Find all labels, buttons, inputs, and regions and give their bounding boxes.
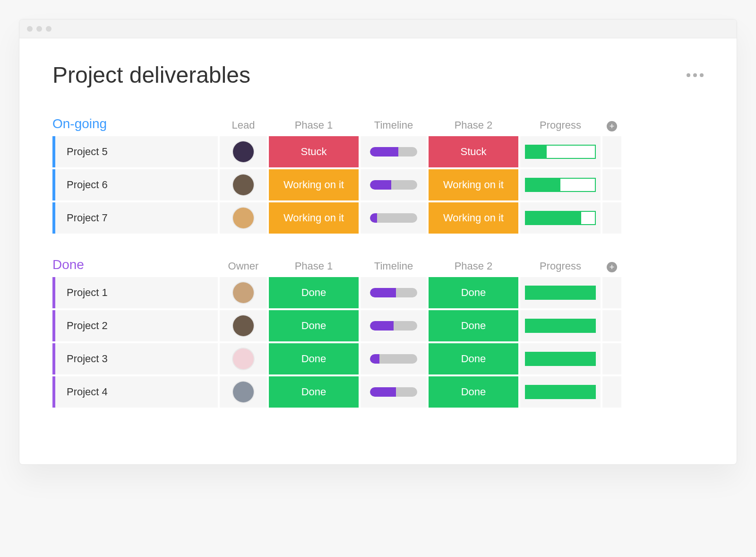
trailing-cell [602,136,621,167]
group-header-row: On-goingLeadPhase 1TimelinePhase 2Progre… [52,116,704,136]
board-content: Project deliverables On-goingLeadPhase 1… [19,38,737,464]
avatar [233,282,254,303]
column-header[interactable]: Phase 2 [429,260,518,277]
column-header[interactable]: Phase 1 [269,119,359,136]
column-header[interactable]: Phase 2 [429,119,518,136]
status-cell-phase2[interactable]: Working on it [429,169,518,200]
progress-cell[interactable] [520,310,601,341]
progress-fill [526,212,581,224]
timeline-cell[interactable] [361,202,427,234]
column-header[interactable]: Phase 1 [269,260,359,277]
person-cell[interactable] [220,343,267,374]
window-titlebar [19,19,737,38]
progress-cell[interactable] [520,169,601,200]
timeline-fill [370,387,396,397]
table-row: Project 6Working on itWorking on it [52,169,704,200]
window-control-close-icon[interactable] [27,26,33,32]
table-row: Project 5StuckStuck [52,136,704,167]
column-header[interactable]: Timeline [361,119,427,136]
group-title[interactable]: On-going [52,116,218,131]
status-cell-phase1[interactable]: Working on it [269,169,359,200]
column-header[interactable]: Progress [520,119,601,136]
page-title: Project deliverables [52,62,250,88]
add-column-button[interactable]: + [607,262,617,272]
person-cell[interactable] [220,136,267,167]
timeline-fill [370,354,379,364]
status-cell-phase1[interactable]: Done [269,277,359,308]
person-cell[interactable] [220,310,267,341]
dots-icon [700,73,704,77]
column-header[interactable]: Progress [520,260,601,277]
column-header[interactable]: Lead [220,119,267,136]
timeline-cell[interactable] [361,277,427,308]
progress-bar [525,319,596,333]
progress-fill [526,320,595,332]
person-cell[interactable] [220,202,267,234]
column-header[interactable]: Owner [220,260,267,277]
status-cell-phase1[interactable]: Stuck [269,136,359,167]
timeline-cell[interactable] [361,136,427,167]
group-ongoing: On-goingLeadPhase 1TimelinePhase 2Progre… [52,116,704,234]
avatar [233,315,254,336]
status-cell-phase1[interactable]: Done [269,343,359,374]
progress-fill [526,287,595,299]
status-cell-phase1[interactable]: Working on it [269,202,359,234]
person-cell[interactable] [220,277,267,308]
trailing-cell [602,277,621,308]
group-done: DoneOwnerPhase 1TimelinePhase 2Progress+… [52,257,704,408]
page-header: Project deliverables [52,62,704,88]
add-column-button[interactable]: + [607,121,617,131]
progress-cell[interactable] [520,136,601,167]
status-cell-phase2[interactable]: Done [429,376,518,408]
table-row: Project 2DoneDone [52,310,704,341]
progress-bar [525,178,596,192]
progress-fill [526,386,595,398]
table-row: Project 3DoneDone [52,343,704,374]
avatar [233,174,254,195]
window-control-max-icon[interactable] [46,26,52,32]
status-cell-phase2[interactable]: Stuck [429,136,518,167]
timeline-fill [370,213,377,223]
dots-icon [687,73,690,77]
status-cell-phase2[interactable]: Working on it [429,202,518,234]
timeline-fill [370,147,398,157]
timeline-bar [370,213,417,223]
timeline-cell[interactable] [361,376,427,408]
status-cell-phase1[interactable]: Done [269,376,359,408]
progress-cell[interactable] [520,202,601,234]
progress-cell[interactable] [520,343,601,374]
timeline-cell[interactable] [361,169,427,200]
person-cell[interactable] [220,169,267,200]
window-control-min-icon[interactable] [36,26,42,32]
status-cell-phase2[interactable]: Done [429,310,518,341]
trailing-cell [602,343,621,374]
status-cell-phase2[interactable]: Done [429,277,518,308]
timeline-cell[interactable] [361,310,427,341]
progress-cell[interactable] [520,376,601,408]
group-title[interactable]: Done [52,257,218,272]
item-name-cell[interactable]: Project 6 [52,169,218,200]
progress-fill [526,179,560,191]
status-cell-phase1[interactable]: Done [269,310,359,341]
item-name-cell[interactable]: Project 7 [52,202,218,234]
item-name-cell[interactable]: Project 4 [52,376,218,408]
column-header[interactable]: Timeline [361,260,427,277]
timeline-bar [370,354,417,364]
progress-cell[interactable] [520,277,601,308]
progress-fill [526,353,595,365]
progress-bar [525,385,596,399]
item-name-cell[interactable]: Project 2 [52,310,218,341]
item-name-cell[interactable]: Project 1 [52,277,218,308]
table-row: Project 7Working on itWorking on it [52,202,704,234]
trailing-cell [602,310,621,341]
dots-icon [693,73,697,77]
person-cell[interactable] [220,376,267,408]
avatar [233,141,254,162]
timeline-fill [370,180,391,190]
status-cell-phase2[interactable]: Done [429,343,518,374]
item-name-cell[interactable]: Project 3 [52,343,218,374]
board-options-button[interactable] [687,73,704,77]
progress-fill [526,146,547,158]
timeline-cell[interactable] [361,343,427,374]
item-name-cell[interactable]: Project 5 [52,136,218,167]
